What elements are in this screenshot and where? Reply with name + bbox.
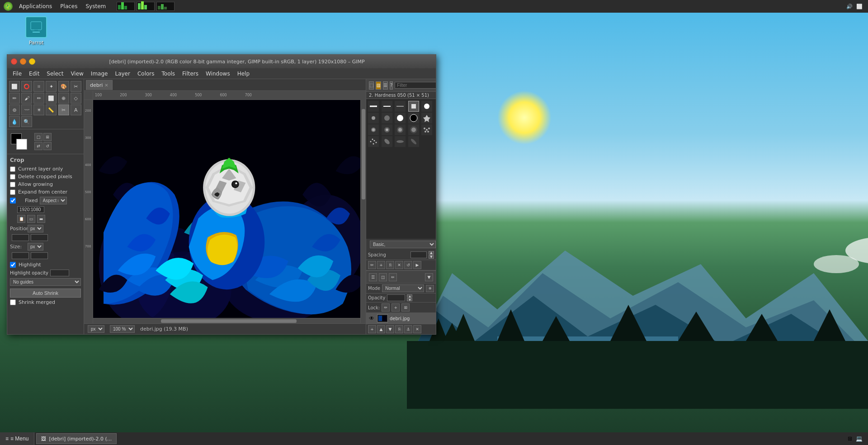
tool-dodge[interactable]: ☀: [33, 104, 44, 115]
layer-mode-select[interactable]: Normal: [382, 284, 424, 292]
size-unit-select[interactable]: px: [28, 243, 43, 251]
brush-item[interactable]: [421, 101, 432, 112]
tool-ellipse-select[interactable]: ⭕: [21, 81, 32, 92]
layer-item[interactable]: 👁 debri.jpg: [366, 313, 436, 324]
maximize-button[interactable]: [29, 58, 35, 65]
horizontal-scrollbar[interactable]: [93, 318, 360, 323]
menu-edit[interactable]: Edit: [25, 70, 43, 78]
brush-type-icon[interactable]: ▥: [376, 81, 381, 90]
tool-fuzzy-select[interactable]: ✦: [46, 81, 57, 92]
size-y-input[interactable]: 0: [31, 252, 48, 259]
highlight-checkbox[interactable]: [10, 262, 16, 268]
aspect-portrait-icon[interactable]: ▭: [27, 215, 35, 223]
spacing-up-btn[interactable]: ▲: [429, 251, 434, 255]
aspect-ratio-select[interactable]: Aspect ratio: [40, 197, 67, 204]
canvas-viewport[interactable]: [93, 100, 360, 318]
parrot-desktop-icon[interactable]: Parrot: [18, 16, 54, 46]
unit-select[interactable]: px: [88, 325, 104, 333]
tool-smudge[interactable]: 〰: [21, 104, 32, 115]
brush-item[interactable]: [382, 124, 392, 135]
tool-colorpicker[interactable]: 💧: [9, 116, 20, 127]
lock-all-btn[interactable]: ⊞: [401, 303, 410, 312]
brush-item[interactable]: [421, 113, 432, 123]
minimize-button[interactable]: [20, 58, 26, 65]
brush-item[interactable]: [382, 113, 392, 123]
menu-image[interactable]: Image: [87, 70, 112, 78]
new-brush-btn[interactable]: +: [377, 261, 385, 269]
brush-item[interactable]: [368, 113, 379, 123]
menu-layer[interactable]: Layer: [111, 70, 133, 78]
tool-measure[interactable]: 📏: [46, 104, 57, 115]
brush-item-selected[interactable]: [408, 101, 419, 112]
apply-brush-btn[interactable]: ▶: [413, 261, 421, 269]
lower-layer-btn[interactable]: ▼: [386, 325, 394, 333]
fixed-checkbox[interactable]: [10, 198, 16, 204]
paths-tab-icon[interactable]: ✏: [389, 273, 397, 281]
guides-select[interactable]: No guides: [10, 278, 81, 286]
reset-colors-icon[interactable]: ↺: [43, 142, 52, 150]
background-color[interactable]: [16, 139, 27, 150]
tool-heal[interactable]: ⊕: [58, 93, 69, 104]
aspect-value-input[interactable]: [17, 206, 44, 213]
anchor-layer-btn[interactable]: ⚓: [404, 325, 412, 333]
current-layer-only-checkbox[interactable]: [10, 166, 15, 172]
layer-opacity-input[interactable]: 100.0: [387, 294, 405, 301]
brush-filter-input[interactable]: [395, 82, 436, 89]
menu-windows[interactable]: Windows: [202, 70, 234, 78]
scrollbar-thumb-h[interactable]: [161, 319, 297, 323]
canvas-tab-close-icon[interactable]: ✕: [104, 83, 108, 88]
layers-panel-expand[interactable]: ▼: [425, 273, 433, 281]
brush-item[interactable]: [408, 113, 419, 123]
grid-icon[interactable]: ⊞: [43, 133, 52, 141]
tool-pencil[interactable]: ✏: [33, 93, 44, 104]
layer-mode-extra-btn[interactable]: ⊕: [426, 285, 434, 292]
edit-brush-btn[interactable]: ✏: [368, 261, 376, 269]
tool-perspective[interactable]: ◇: [71, 93, 81, 104]
brush-help-icon[interactable]: ?: [390, 81, 393, 90]
menu-filters[interactable]: Filters: [179, 70, 202, 78]
close-button[interactable]: [11, 58, 17, 65]
brush-item[interactable]: [408, 124, 419, 135]
menu-select[interactable]: Select: [43, 70, 67, 78]
opacity-up-btn[interactable]: ▲: [407, 294, 412, 298]
tool-free-select[interactable]: ⌗: [33, 81, 44, 92]
vertical-scrollbar[interactable]: [360, 100, 366, 323]
screen-layout-icon[interactable]: ⊞: [848, 436, 852, 442]
layers-tab-icon[interactable]: ☰: [369, 273, 377, 281]
position-unit-select[interactable]: px: [28, 225, 43, 232]
raise-layer-btn[interactable]: ▲: [377, 325, 385, 333]
highlight-opacity-input[interactable]: 50.0: [50, 270, 69, 276]
tool-rect-select[interactable]: ⬜: [9, 81, 20, 92]
size-x-input[interactable]: 0: [12, 252, 29, 259]
taskbar-window-button[interactable]: 🖼 [debri] (imported)-2.0 (...: [36, 433, 117, 444]
lock-pixels-btn[interactable]: ✏: [382, 303, 390, 312]
lock-position-btn[interactable]: +: [392, 303, 400, 312]
delete-layer-btn[interactable]: ✕: [413, 325, 421, 333]
menu-help[interactable]: Help: [234, 70, 253, 78]
menu-view[interactable]: View: [67, 70, 87, 78]
position-x-input[interactable]: 0: [12, 234, 29, 241]
tool-paths[interactable]: ✏: [9, 93, 20, 104]
brush-item[interactable]: [395, 101, 406, 112]
expand-from-center-checkbox[interactable]: [10, 189, 15, 195]
places-menu[interactable]: Places: [57, 2, 81, 10]
spacing-input[interactable]: 10.0: [410, 251, 427, 258]
aspect-copy-icon[interactable]: 📋: [17, 215, 25, 223]
layer-visibility-icon[interactable]: 👁: [368, 315, 375, 322]
brush-pattern-icon[interactable]: ⬚: [369, 81, 374, 90]
menu-file[interactable]: File: [9, 70, 25, 78]
brush-item[interactable]: [368, 136, 379, 147]
brush-item[interactable]: [395, 113, 406, 123]
bottom-menu-button[interactable]: ≡ ≡ Menu: [0, 432, 34, 445]
screen-icon[interactable]: ⬜: [856, 4, 863, 9]
spacing-down-btn[interactable]: ▼: [429, 255, 434, 259]
new-layer-btn[interactable]: +: [368, 325, 376, 333]
swap-colors-icon[interactable]: ⇄: [34, 142, 42, 150]
brush-item[interactable]: [368, 101, 379, 112]
tool-zoom[interactable]: 🔍: [21, 116, 32, 127]
brush-item[interactable]: [395, 136, 406, 147]
volume-icon[interactable]: 🔊: [846, 4, 853, 9]
opacity-down-btn[interactable]: ▼: [407, 298, 412, 301]
auto-shrink-button[interactable]: Auto Shrink: [10, 289, 81, 298]
allow-growing-checkbox[interactable]: [10, 182, 15, 187]
